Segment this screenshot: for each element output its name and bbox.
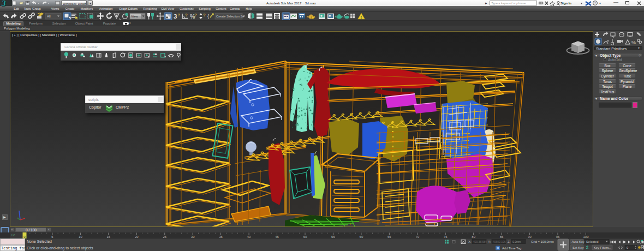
svg-text:55: 55 — [331, 235, 335, 238]
svg-text:10: 10 — [79, 235, 82, 238]
svg-text:75: 75 — [444, 235, 448, 238]
svg-text:?: ? — [185, 13, 188, 17]
svg-text:Z:: Z: — [508, 240, 511, 243]
svg-text:{: { — [207, 14, 209, 19]
svg-text:60: 60 — [360, 235, 363, 238]
svg-text:90: 90 — [528, 235, 532, 238]
svg-text:5: 5 — [51, 235, 53, 238]
svg-text:?: ? — [203, 13, 206, 17]
svg-text:All: All — [47, 15, 51, 18]
svg-text:35: 35 — [219, 235, 223, 238]
svg-text:50: 50 — [303, 235, 307, 238]
svg-text:45: 45 — [275, 235, 279, 238]
svg-text:View: View — [131, 15, 139, 18]
svg-text:95: 95 — [556, 235, 560, 238]
svg-text:!: ! — [361, 15, 362, 20]
svg-text:40600,106: 40600,106 — [493, 240, 506, 243]
svg-text:%: % — [631, 40, 636, 45]
svg-text:Add Time Tag: Add Time Tag — [502, 247, 521, 250]
svg-text:Y:: Y: — [488, 240, 491, 243]
svg-text:100: 100 — [583, 235, 589, 238]
svg-text:80: 80 — [472, 235, 475, 238]
svg-text:X:: X: — [468, 240, 472, 243]
svg-text:?: ? — [194, 13, 197, 17]
svg-text:Key Filters...: Key Filters... — [594, 246, 612, 249]
svg-text:Auto Key: Auto Key — [572, 240, 585, 243]
svg-text:Create Selection Se: Create Selection Se — [216, 15, 245, 18]
svg-text:65: 65 — [387, 235, 391, 238]
svg-text:Selected: Selected — [586, 240, 599, 243]
svg-text:40: 40 — [247, 235, 251, 238]
svg-text:Grid = 100,0mm: Grid = 100,0mm — [531, 240, 554, 243]
svg-text:20: 20 — [135, 235, 139, 238]
svg-text:400,38,584: 400,38,584 — [473, 240, 487, 243]
svg-text:0,0mm: 0,0mm — [512, 240, 521, 243]
svg-text:15: 15 — [106, 235, 110, 238]
svg-text:30: 30 — [191, 235, 195, 238]
svg-text:0: 0 — [627, 246, 628, 249]
svg-text:?: ? — [178, 13, 181, 17]
svg-text:85: 85 — [500, 235, 504, 238]
svg-text:25: 25 — [163, 235, 166, 238]
svg-text:Set Key: Set Key — [573, 246, 583, 249]
svg-text:70: 70 — [415, 235, 419, 238]
svg-text:3: 3 — [174, 13, 177, 20]
